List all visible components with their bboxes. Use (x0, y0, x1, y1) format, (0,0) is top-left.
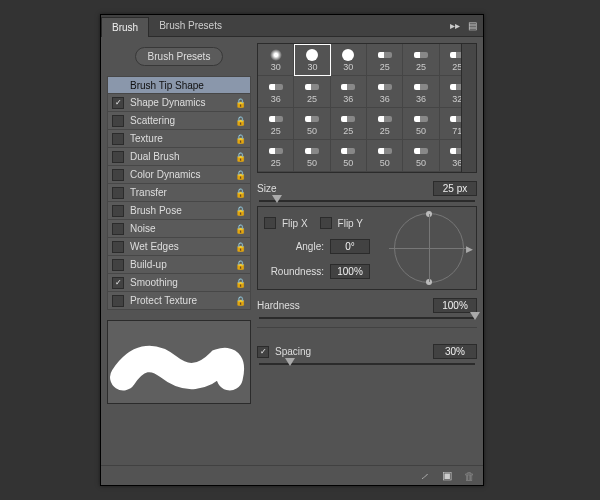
option-dual-brush[interactable]: Dual Brush🔒 (107, 148, 251, 166)
option-protect-texture[interactable]: Protect Texture🔒 (107, 292, 251, 310)
brush-tip[interactable]: 25 (294, 76, 330, 108)
option-checkbox[interactable]: ✓ (112, 277, 124, 289)
option-checkbox[interactable] (112, 151, 124, 163)
lock-icon[interactable]: 🔒 (235, 296, 246, 306)
option-label: Protect Texture (130, 295, 197, 306)
brush-tip-size: 50 (307, 158, 317, 168)
brush-tip[interactable]: 50 (331, 140, 367, 172)
option-label: Transfer (130, 187, 167, 198)
spacing-label: Spacing (275, 346, 311, 357)
lock-icon[interactable]: 🔒 (235, 170, 246, 180)
option-checkbox[interactable] (112, 259, 124, 271)
lock-icon[interactable]: 🔒 (235, 152, 246, 162)
spacing-checkbox[interactable]: ✓ (257, 346, 269, 358)
brush-tip[interactable]: 30 (258, 44, 294, 76)
tab-bar: Brush Brush Presets ▸▸ ▤ (101, 15, 483, 37)
snap-icon[interactable]: ▸▸ (450, 20, 460, 31)
lock-icon[interactable]: 🔒 (235, 278, 246, 288)
brush-tip[interactable]: 25 (367, 44, 403, 76)
option-label: Brush Pose (130, 205, 182, 216)
brush-tip-size: 36 (416, 94, 426, 104)
brush-tip-size: 30 (343, 62, 353, 72)
hardness-slider[interactable] (259, 317, 475, 319)
brush-tip[interactable]: 50 (294, 108, 330, 140)
option-smoothing[interactable]: ✓Smoothing🔒 (107, 274, 251, 292)
brush-presets-button[interactable]: Brush Presets (135, 47, 224, 66)
brush-tip[interactable]: 30 (331, 44, 367, 76)
hardness-label: Hardness (257, 300, 300, 311)
brush-tip-size: 25 (380, 62, 390, 72)
brush-tip[interactable]: 36 (331, 76, 367, 108)
option-checkbox[interactable] (112, 205, 124, 217)
option-transfer[interactable]: Transfer🔒 (107, 184, 251, 202)
angle-target[interactable]: ▶ (394, 213, 464, 283)
brush-tip-grid[interactable]: 3030302525253625363636322550252550712550… (257, 43, 477, 173)
size-value[interactable]: 25 px (433, 181, 477, 196)
brush-tip[interactable]: 25 (367, 108, 403, 140)
tab-brush-presets[interactable]: Brush Presets (149, 16, 232, 35)
brush-tip[interactable]: 25 (440, 44, 476, 76)
brush-tip[interactable]: 25 (258, 140, 294, 172)
flip-x-checkbox[interactable] (264, 217, 276, 229)
lock-icon[interactable]: 🔒 (235, 188, 246, 198)
option-checkbox[interactable] (112, 133, 124, 145)
brush-tip-size: 36 (380, 94, 390, 104)
option-checkbox[interactable] (112, 169, 124, 181)
brush-tip[interactable]: 36 (440, 140, 476, 172)
tab-brush[interactable]: Brush (101, 17, 149, 37)
option-checkbox[interactable] (112, 187, 124, 199)
lock-icon[interactable]: 🔒 (235, 242, 246, 252)
brush-tip-size: 25 (271, 158, 281, 168)
panel-menu-icon[interactable]: ▤ (468, 20, 477, 31)
bottom-bar: ⟋ ▣ 🗑 (101, 465, 483, 485)
option-checkbox[interactable] (112, 241, 124, 253)
lock-icon[interactable]: 🔒 (235, 134, 246, 144)
brush-tip[interactable]: 25 (331, 108, 367, 140)
size-slider[interactable] (259, 200, 475, 202)
brush-tip[interactable]: 30 (294, 44, 330, 76)
option-scattering[interactable]: Scattering🔒 (107, 112, 251, 130)
brush-tip-size: 50 (380, 158, 390, 168)
option-shape-dynamics[interactable]: ✓Shape Dynamics🔒 (107, 94, 251, 112)
option-brush-pose[interactable]: Brush Pose🔒 (107, 202, 251, 220)
spacing-value[interactable]: 30% (433, 344, 477, 359)
brush-tip[interactable]: 71 (440, 108, 476, 140)
brush-tip[interactable]: 36 (258, 76, 294, 108)
brush-tip[interactable]: 50 (294, 140, 330, 172)
brush-tip[interactable]: 36 (367, 76, 403, 108)
option-label: Scattering (130, 115, 175, 126)
hardness-value[interactable]: 100% (433, 298, 477, 313)
brush-tip[interactable]: 36 (403, 76, 439, 108)
lock-icon[interactable]: 🔒 (235, 98, 246, 108)
option-checkbox[interactable] (112, 295, 124, 307)
brush-tip[interactable]: 50 (367, 140, 403, 172)
brush-tip[interactable]: 50 (403, 108, 439, 140)
option-noise[interactable]: Noise🔒 (107, 220, 251, 238)
new-brush-icon[interactable]: ▣ (442, 469, 452, 482)
brush-tip-size: 50 (307, 126, 317, 136)
roundness-value[interactable]: 100% (330, 264, 370, 279)
option-checkbox[interactable] (112, 223, 124, 235)
flip-y-label: Flip Y (338, 218, 363, 229)
option-color-dynamics[interactable]: Color Dynamics🔒 (107, 166, 251, 184)
brush-tip[interactable]: 25 (403, 44, 439, 76)
option-checkbox[interactable] (112, 115, 124, 127)
option-checkbox[interactable]: ✓ (112, 97, 124, 109)
lock-icon[interactable]: 🔒 (235, 224, 246, 234)
brush-tip[interactable]: 25 (258, 108, 294, 140)
option-texture[interactable]: Texture🔒 (107, 130, 251, 148)
angle-value[interactable]: 0° (330, 239, 370, 254)
lock-icon[interactable]: 🔒 (235, 206, 246, 216)
option-label: Dual Brush (130, 151, 179, 162)
brush-tip[interactable]: 32 (440, 76, 476, 108)
option-wet-edges[interactable]: Wet Edges🔒 (107, 238, 251, 256)
option-brush-tip-shape[interactable]: Brush Tip Shape (107, 76, 251, 94)
trash-icon[interactable]: 🗑 (464, 470, 475, 482)
toggle-preview-icon[interactable]: ⟋ (419, 470, 430, 482)
flip-y-checkbox[interactable] (320, 217, 332, 229)
brush-tip[interactable]: 50 (403, 140, 439, 172)
lock-icon[interactable]: 🔒 (235, 260, 246, 270)
option-build-up[interactable]: Build-up🔒 (107, 256, 251, 274)
spacing-slider[interactable] (259, 363, 475, 365)
lock-icon[interactable]: 🔒 (235, 116, 246, 126)
